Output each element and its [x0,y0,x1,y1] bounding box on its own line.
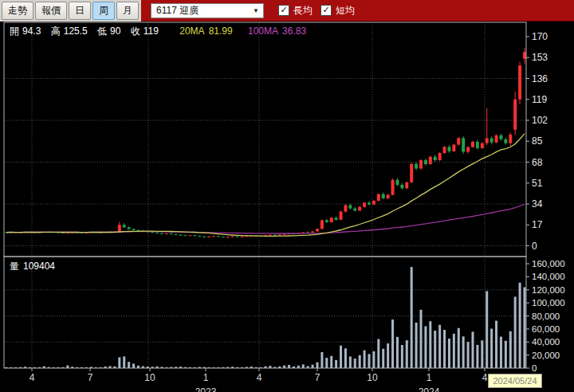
x-axis-month-label: 7 [315,372,320,383]
volume-pane-border [4,257,526,368]
price-axis-label: 85 [532,135,543,147]
volume-axis-label: 80,000 [532,312,560,321]
quote-button[interactable]: 報價 [35,2,67,20]
price-axis-label: 17 [532,219,543,230]
short-ma-checkbox-group: ✓ 短均 [320,4,355,18]
stock-app-window: 走勢 報價 日 周 月 6117 迎廣 ▼ ✓ 長均 ✓ 短均 17015313… [0,0,574,392]
symbol-select-value: 6117 迎廣 [156,4,199,18]
x-axis-month-label: 4 [257,372,262,383]
volume-bars-layer [6,267,526,368]
x-axis-month-label: 1 [203,372,209,383]
volume-axis-label: 140,000 [532,272,565,281]
volume-axis-label: 120,000 [532,285,565,295]
price-axis-label: 102 [532,115,548,126]
x-axis-month-label: 1 [427,372,432,383]
long-ma-checkbox[interactable]: ✓ [278,5,289,16]
x-axis-month-label: 4 [482,372,488,383]
toolbar: 走勢 報價 日 周 月 6117 迎廣 ▼ ✓ 長均 ✓ 短均 [0,0,574,22]
price-pane-border [4,22,526,257]
volume-axis-label: 60,000 [532,324,560,334]
x-axis-month-label: 4 [29,372,35,383]
x-axis-year-label: 2023 [195,386,217,392]
price-axis-label: 136 [532,73,548,84]
x-axis-month-label: 7 [88,372,93,383]
daily-button[interactable]: 日 [69,2,91,20]
price-axis-label: 68 [532,157,543,168]
price-axis-label: 51 [532,178,543,189]
volume-axis-label: 100,000 [532,298,565,308]
moving-average-layer [6,134,525,236]
price-axis-label: 119 [532,94,547,105]
price-axis-label: 34 [532,198,543,210]
ma100-line [6,204,525,233]
long-ma-checkbox-group: ✓ 長均 [278,4,313,18]
price-axis-label: 170 [532,31,548,42]
x-axis-year-label: 2024 [419,386,440,392]
volume-axis-label: 160,000 [532,259,565,269]
weekly-button[interactable]: 周 [92,2,115,20]
chart-area[interactable]: 17015313611910285685134170160,000140,000… [0,22,574,392]
price-axis-label: 153 [532,52,548,63]
x-axis-month-label: 10 [367,372,378,383]
price-axis-label: 0 [532,241,537,252]
axes-layer: 17015313611910285685134170160,000140,000… [4,22,565,392]
monthly-button[interactable]: 月 [116,2,139,20]
long-ma-checkbox-label: 長均 [293,4,313,18]
volume-axis-label: 20,000 [532,351,560,360]
candlestick-volume-chart[interactable]: 17015313611910285685134170160,000140,000… [0,22,574,392]
volume-axis-label: 40,000 [532,337,560,347]
volume-axis-label: 0 [532,363,537,373]
short-ma-checkbox-label: 短均 [336,4,355,18]
gridlines-layer [4,22,526,368]
chevron-down-icon: ▼ [253,7,259,14]
short-ma-checkbox[interactable]: ✓ [320,5,332,16]
x-axis-month-label: 10 [144,372,155,383]
trend-button[interactable]: 走勢 [2,2,33,20]
candles-layer [5,48,526,237]
symbol-select[interactable]: 6117 迎廣 ▼ [151,3,264,18]
toolbar-button-strip: 走勢 報價 日 周 月 [0,0,141,22]
